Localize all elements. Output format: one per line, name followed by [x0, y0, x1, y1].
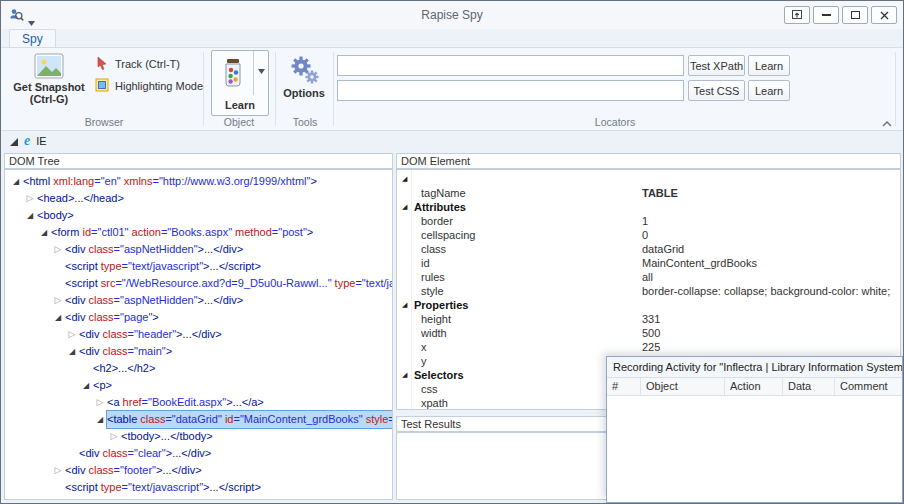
expand-icon[interactable]: ▷: [51, 462, 65, 479]
dom-tree-node[interactable]: ▷<a href="BookEdit.aspx">...</a>: [5, 394, 392, 411]
collapse-icon[interactable]: ◢: [402, 368, 414, 382]
grid-root-row[interactable]: ◢: [397, 172, 900, 186]
recording-column-header[interactable]: #: [607, 378, 641, 395]
property-section-properties[interactable]: ◢Properties: [397, 298, 900, 312]
property-value[interactable]: 331: [642, 312, 900, 326]
dom-tree-node[interactable]: ▷<div class="aspNetHidden">...</div>: [5, 292, 392, 309]
options-button[interactable]: Options: [279, 50, 329, 116]
property-row-cellspacing[interactable]: cellspacing0: [397, 228, 900, 242]
expand-icon[interactable]: ▷: [51, 292, 65, 309]
dom-tree-node[interactable]: <h2>...</h2>: [5, 360, 392, 377]
property-value[interactable]: dataGrid: [642, 242, 900, 256]
property-value[interactable]: MainContent_grdBooks: [642, 256, 900, 270]
track-button[interactable]: Track (Ctrl-T): [95, 56, 180, 72]
maximize-button[interactable]: [842, 6, 868, 24]
recording-table-header: #ObjectActionDataComment: [607, 378, 902, 396]
test-css-button[interactable]: Test CSS: [688, 80, 745, 101]
collapse-icon[interactable]: ◢: [93, 411, 107, 428]
recording-column-header[interactable]: Action: [725, 378, 783, 395]
dom-tree-node[interactable]: ▷<div class="footer">...</div>: [5, 462, 392, 479]
property-value[interactable]: 1: [642, 214, 900, 228]
collapse-icon[interactable]: ◢: [402, 298, 414, 312]
learn-xpath-button[interactable]: Learn: [748, 55, 790, 76]
tab-spy[interactable]: Spy: [9, 29, 56, 49]
snapshot-icon: [34, 53, 64, 81]
dom-tree: ◢<html xml:lang="en" xmlns="http://www.w…: [4, 169, 393, 500]
dom-tree-node[interactable]: ◢<table class="dataGrid" id="MainContent…: [5, 411, 392, 428]
property-row-id[interactable]: idMainContent_grdBooks: [397, 256, 900, 270]
dom-node-text: <div class="footer">...</div>: [65, 462, 202, 479]
expand-icon[interactable]: ▷: [107, 428, 121, 445]
ribbon-pin-button[interactable]: [784, 6, 810, 24]
property-row-height[interactable]: height331: [397, 312, 900, 326]
learn-css-button[interactable]: Learn: [748, 80, 790, 101]
dom-tree-node[interactable]: ◢<div class="page">: [5, 309, 392, 326]
property-row-width[interactable]: width500: [397, 326, 900, 340]
xpath-input[interactable]: [337, 55, 684, 76]
browser-node-bar[interactable]: e IE: [1, 132, 903, 150]
property-name: x: [421, 340, 642, 354]
dom-tree-node[interactable]: ▷<div class="aspNetHidden">...</div>: [5, 241, 392, 258]
get-snapshot-label-line2: (Ctrl-G): [30, 93, 69, 105]
recording-window-title[interactable]: Recording Activity for "Inflectra | Libr…: [607, 357, 902, 378]
property-value[interactable]: 500: [642, 326, 900, 340]
collapse-icon[interactable]: ◢: [65, 343, 79, 360]
dom-node-text: <script type="text/javascript">...</scri…: [65, 479, 261, 496]
property-row-style[interactable]: styleborder-collapse: collapse; backgrou…: [397, 284, 900, 298]
close-button[interactable]: [871, 6, 897, 24]
css-input[interactable]: [337, 80, 684, 101]
collapse-icon[interactable]: ◢: [402, 172, 414, 186]
expand-icon[interactable]: ▷: [65, 326, 79, 343]
property-value[interactable]: TABLE: [642, 186, 900, 200]
recording-column-header[interactable]: Comment: [835, 378, 902, 395]
dom-tree-node[interactable]: ◢<form id="ctl01" action="Books.aspx" me…: [5, 224, 392, 241]
collapse-icon[interactable]: [10, 132, 18, 150]
recording-column-header[interactable]: Object: [641, 378, 725, 395]
highlighting-mode-button[interactable]: Highlighting Mode: [95, 78, 203, 94]
dom-node-text: <div class="header">...</div>: [79, 326, 222, 343]
expand-icon[interactable]: ▷: [23, 190, 37, 207]
collapse-icon[interactable]: ◢: [402, 200, 414, 214]
property-row-border[interactable]: border1: [397, 214, 900, 228]
property-row-tagName[interactable]: tagNameTABLE: [397, 186, 900, 200]
dom-tree-node[interactable]: ◢<body>: [5, 207, 392, 224]
learn-dropdown-button[interactable]: [253, 51, 268, 95]
dom-node-text: <div class="aspNetHidden">...</div>: [65, 241, 243, 258]
property-section-attributes[interactable]: ◢Attributes: [397, 200, 900, 214]
dom-tree-node[interactable]: ▷<tbody>...</tbody>: [5, 428, 392, 445]
collapse-icon[interactable]: ◢: [51, 309, 65, 326]
test-xpath-button[interactable]: Test XPath: [688, 55, 745, 76]
property-value[interactable]: border-collapse: collapse; background-co…: [642, 284, 900, 298]
dom-element-header[interactable]: DOM Element: [396, 153, 901, 169]
learn-label: Learn: [212, 99, 268, 111]
dom-tree-node[interactable]: ◢<div class="main">: [5, 343, 392, 360]
learn-split-button[interactable]: Learn: [211, 50, 269, 116]
property-row-x[interactable]: x225: [397, 340, 900, 354]
property-value[interactable]: 225: [642, 340, 900, 354]
dom-tree-node[interactable]: ◢<p>: [5, 377, 392, 394]
get-snapshot-button[interactable]: Get Snapshot (Ctrl-G): [7, 50, 91, 116]
dom-tree-node[interactable]: <script type="text/javascript">...</scri…: [5, 479, 392, 496]
recording-table-body[interactable]: [607, 397, 902, 502]
collapse-ribbon-icon[interactable]: [881, 114, 893, 132]
recording-column-header[interactable]: Data: [783, 378, 835, 395]
dom-tree-node[interactable]: ▷<head>...</head>: [5, 190, 392, 207]
collapse-icon[interactable]: ◢: [79, 377, 93, 394]
expand-icon[interactable]: ▷: [51, 241, 65, 258]
dom-tree-node[interactable]: ▷<div class="header">...</div>: [5, 326, 392, 343]
property-name: cellspacing: [421, 228, 642, 242]
property-value[interactable]: 0: [642, 228, 900, 242]
dom-tree-node[interactable]: ◢<html xml:lang="en" xmlns="http://www.w…: [5, 173, 392, 190]
collapse-icon[interactable]: ◢: [37, 224, 51, 241]
dom-tree-header[interactable]: DOM Tree: [4, 153, 393, 169]
minimize-button[interactable]: [813, 6, 839, 24]
collapse-icon[interactable]: ◢: [9, 173, 23, 190]
property-value[interactable]: all: [642, 270, 900, 284]
dom-tree-node[interactable]: <script type="text/javascript">...</scri…: [5, 258, 392, 275]
property-row-rules[interactable]: rulesall: [397, 270, 900, 284]
dom-tree-node[interactable]: <div class="clear">...</div>: [5, 445, 392, 462]
dom-tree-node[interactable]: <script src="/WebResource.axd?d=9_D5u0u-…: [5, 275, 392, 292]
property-row-class[interactable]: classdataGrid: [397, 242, 900, 256]
collapse-icon[interactable]: ◢: [23, 207, 37, 224]
expand-icon[interactable]: ▷: [93, 394, 107, 411]
